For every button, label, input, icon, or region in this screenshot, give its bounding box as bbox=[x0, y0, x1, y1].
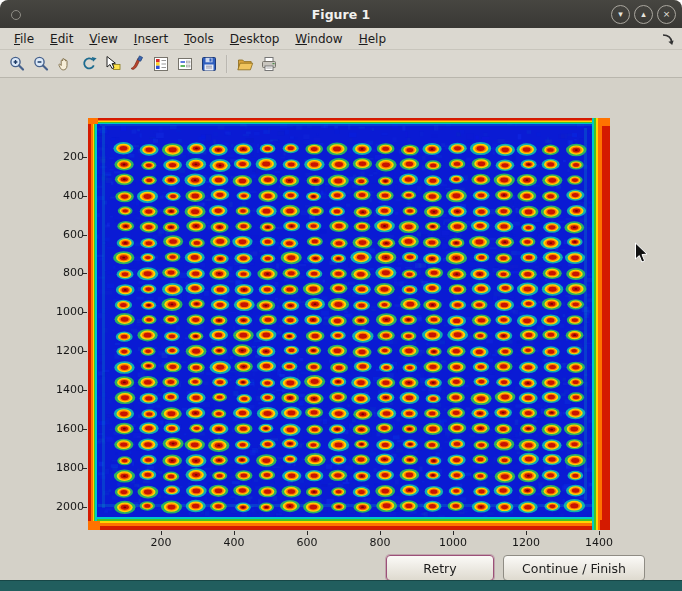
maximize-button[interactable]: ▴ bbox=[634, 5, 653, 24]
menu-bar: File Edit View Insert Tools Desktop Wind… bbox=[0, 28, 682, 50]
printer-icon bbox=[260, 55, 278, 73]
dock-figure-button[interactable] bbox=[661, 32, 675, 46]
hand-icon bbox=[56, 55, 74, 73]
window-title: Figure 1 bbox=[312, 7, 370, 22]
menu-help[interactable]: Help bbox=[351, 30, 394, 48]
bottom-edge bbox=[0, 580, 682, 591]
insert-colorbar-tool[interactable] bbox=[150, 53, 172, 75]
menu-window[interactable]: Window bbox=[287, 30, 350, 48]
heatmap-image[interactable] bbox=[88, 118, 610, 530]
minimize-button[interactable]: ▾ bbox=[611, 5, 630, 24]
rotate-3d-tool[interactable] bbox=[78, 53, 100, 75]
data-cursor-icon bbox=[104, 55, 122, 73]
window-menu-icon[interactable] bbox=[11, 10, 21, 20]
colorbar-icon bbox=[152, 55, 170, 73]
continue-finish-button[interactable]: Continue / Finish bbox=[503, 555, 645, 581]
open-file-tool[interactable] bbox=[234, 53, 256, 75]
save-figure-tool[interactable] bbox=[198, 53, 220, 75]
rotate-icon bbox=[80, 55, 98, 73]
figure-window: Figure 1 ▾ ▴ × File Edit View Insert Too… bbox=[0, 0, 682, 591]
insert-legend-tool[interactable] bbox=[174, 53, 196, 75]
close-button[interactable]: × bbox=[657, 5, 676, 24]
menu-file[interactable]: File bbox=[6, 30, 42, 48]
titlebar[interactable]: Figure 1 ▾ ▴ × bbox=[0, 0, 682, 28]
brush-tool[interactable] bbox=[126, 53, 148, 75]
zoom-out-tool[interactable] bbox=[30, 53, 52, 75]
print-figure-tool[interactable] bbox=[258, 53, 280, 75]
legend-icon bbox=[176, 55, 194, 73]
zoom-in-tool[interactable] bbox=[6, 53, 28, 75]
menu-tools[interactable]: Tools bbox=[176, 30, 222, 48]
zoom-in-icon bbox=[8, 55, 26, 73]
data-cursor-tool[interactable] bbox=[102, 53, 124, 75]
menu-edit[interactable]: Edit bbox=[42, 30, 81, 48]
brush-icon bbox=[128, 55, 146, 73]
plot-area bbox=[88, 118, 610, 530]
zoom-out-icon bbox=[32, 55, 50, 73]
figure-toolbar bbox=[0, 50, 682, 78]
dock-arrow-icon bbox=[661, 33, 675, 47]
menu-insert[interactable]: Insert bbox=[126, 30, 176, 48]
toolbar-separator bbox=[226, 55, 228, 73]
pan-tool[interactable] bbox=[54, 53, 76, 75]
open-folder-icon bbox=[236, 55, 254, 73]
retry-button[interactable]: Retry bbox=[386, 555, 494, 581]
floppy-save-icon bbox=[200, 55, 218, 73]
menu-desktop[interactable]: Desktop bbox=[222, 30, 288, 48]
titlebar-buttons: ▾ ▴ × bbox=[611, 5, 676, 24]
menu-view[interactable]: View bbox=[81, 30, 125, 48]
